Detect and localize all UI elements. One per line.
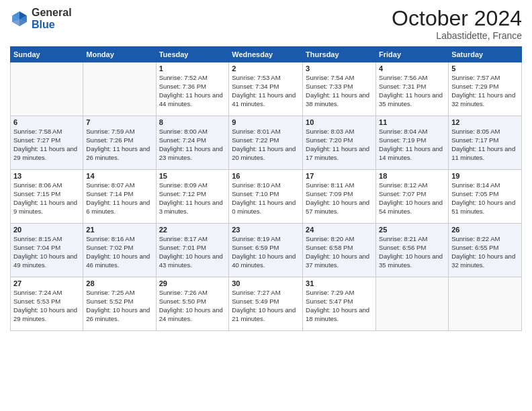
calendar-cell: 12Sunrise: 8:05 AMSunset: 7:17 PMDayligh… — [449, 116, 522, 170]
day-info: Sunrise: 7:57 AMSunset: 7:29 PMDaylight:… — [451, 74, 519, 108]
day-info: Sunrise: 7:24 AMSunset: 5:53 PMDaylight:… — [13, 289, 80, 323]
day-number: 15 — [159, 172, 226, 180]
day-number: 13 — [13, 172, 80, 180]
day-number: 26 — [451, 226, 519, 234]
calendar-week-row: 6Sunrise: 7:58 AMSunset: 7:27 PMDaylight… — [11, 116, 522, 170]
col-tuesday: Tuesday — [156, 47, 229, 62]
day-number: 10 — [306, 118, 373, 126]
col-saturday: Saturday — [449, 47, 522, 62]
day-info: Sunrise: 8:11 AMSunset: 7:09 PMDaylight:… — [306, 181, 373, 216]
day-info: Sunrise: 8:12 AMSunset: 7:07 PMDaylight:… — [379, 181, 445, 216]
col-monday: Monday — [83, 47, 156, 62]
day-info: Sunrise: 8:06 AMSunset: 7:15 PMDaylight:… — [13, 181, 80, 216]
logo-icon — [10, 9, 29, 28]
calendar-cell: 8Sunrise: 8:00 AMSunset: 7:24 PMDaylight… — [156, 116, 229, 170]
day-number: 7 — [86, 118, 152, 126]
calendar-cell: 23Sunrise: 8:19 AMSunset: 6:59 PMDayligh… — [229, 224, 303, 277]
day-info: Sunrise: 7:53 AMSunset: 7:34 PMDaylight:… — [232, 74, 300, 108]
day-info: Sunrise: 8:10 AMSunset: 7:10 PMDaylight:… — [232, 181, 300, 216]
calendar-cell: 29Sunrise: 7:26 AMSunset: 5:50 PMDayligh… — [156, 277, 229, 331]
day-number: 22 — [159, 226, 226, 234]
day-number: 23 — [232, 226, 300, 234]
calendar-cell — [376, 277, 449, 331]
day-number: 9 — [232, 118, 300, 126]
day-info: Sunrise: 7:58 AMSunset: 7:27 PMDaylight:… — [13, 128, 80, 162]
day-number: 25 — [379, 226, 445, 234]
day-info: Sunrise: 8:04 AMSunset: 7:19 PMDaylight:… — [379, 128, 445, 162]
calendar-cell: 6Sunrise: 7:58 AMSunset: 7:27 PMDaylight… — [11, 116, 83, 170]
calendar-cell: 30Sunrise: 7:27 AMSunset: 5:49 PMDayligh… — [229, 277, 303, 331]
calendar-cell: 7Sunrise: 7:59 AMSunset: 7:26 PMDaylight… — [83, 116, 156, 170]
day-number: 19 — [451, 172, 519, 180]
calendar-cell: 11Sunrise: 8:04 AMSunset: 7:19 PMDayligh… — [376, 116, 449, 170]
calendar-cell: 19Sunrise: 8:14 AMSunset: 7:05 PMDayligh… — [449, 170, 522, 224]
day-info: Sunrise: 8:21 AMSunset: 6:56 PMDaylight:… — [379, 235, 445, 269]
day-number: 11 — [379, 118, 445, 126]
day-info: Sunrise: 7:29 AMSunset: 5:47 PMDaylight:… — [306, 289, 373, 323]
day-number: 18 — [379, 172, 445, 180]
day-number: 29 — [159, 279, 226, 287]
logo-blue-text: Blue — [32, 19, 72, 31]
calendar-cell: 22Sunrise: 8:17 AMSunset: 7:01 PMDayligh… — [156, 224, 229, 277]
day-number: 14 — [86, 172, 152, 180]
calendar-cell: 25Sunrise: 8:21 AMSunset: 6:56 PMDayligh… — [376, 224, 449, 277]
calendar-header-row: Sunday Monday Tuesday Wednesday Thursday… — [11, 47, 522, 62]
day-info: Sunrise: 7:25 AMSunset: 5:52 PMDaylight:… — [86, 289, 152, 323]
day-number: 24 — [306, 226, 373, 234]
day-info: Sunrise: 8:19 AMSunset: 6:59 PMDaylight:… — [232, 235, 300, 269]
day-info: Sunrise: 7:59 AMSunset: 7:26 PMDaylight:… — [86, 128, 152, 162]
day-info: Sunrise: 8:03 AMSunset: 7:20 PMDaylight:… — [306, 128, 373, 162]
day-number: 28 — [86, 279, 152, 287]
calendar-cell: 10Sunrise: 8:03 AMSunset: 7:20 PMDayligh… — [303, 116, 376, 170]
calendar-cell: 31Sunrise: 7:29 AMSunset: 5:47 PMDayligh… — [303, 277, 376, 331]
day-number: 30 — [232, 279, 300, 287]
day-number: 1 — [159, 64, 226, 73]
day-number: 3 — [306, 64, 373, 73]
calendar-table: Sunday Monday Tuesday Wednesday Thursday… — [10, 46, 522, 331]
calendar-cell: 3Sunrise: 7:54 AMSunset: 7:33 PMDaylight… — [303, 62, 376, 116]
calendar-cell: 16Sunrise: 8:10 AMSunset: 7:10 PMDayligh… — [229, 170, 303, 224]
calendar-week-row: 20Sunrise: 8:15 AMSunset: 7:04 PMDayligh… — [11, 224, 522, 277]
day-number: 31 — [306, 279, 373, 287]
month-title: October 2024 — [392, 7, 522, 30]
header: General Blue October 2024 Labastidette, … — [10, 7, 522, 41]
day-number: 27 — [13, 279, 80, 287]
day-info: Sunrise: 8:20 AMSunset: 6:58 PMDaylight:… — [306, 235, 373, 269]
location-subtitle: Labastidette, France — [392, 30, 522, 41]
day-info: Sunrise: 8:01 AMSunset: 7:22 PMDaylight:… — [232, 128, 300, 162]
calendar-cell: 24Sunrise: 8:20 AMSunset: 6:58 PMDayligh… — [303, 224, 376, 277]
day-number: 5 — [451, 64, 519, 73]
calendar-cell: 20Sunrise: 8:15 AMSunset: 7:04 PMDayligh… — [11, 224, 83, 277]
calendar-cell: 21Sunrise: 8:16 AMSunset: 7:02 PMDayligh… — [83, 224, 156, 277]
day-info: Sunrise: 8:22 AMSunset: 6:55 PMDaylight:… — [451, 235, 519, 269]
calendar-cell: 26Sunrise: 8:22 AMSunset: 6:55 PMDayligh… — [449, 224, 522, 277]
logo: General Blue — [10, 7, 72, 30]
calendar-week-row: 1Sunrise: 7:52 AMSunset: 7:36 PMDaylight… — [11, 62, 522, 116]
calendar-cell: 28Sunrise: 7:25 AMSunset: 5:52 PMDayligh… — [83, 277, 156, 331]
calendar-cell — [449, 277, 522, 331]
title-block: October 2024 Labastidette, France — [392, 7, 522, 41]
col-thursday: Thursday — [303, 47, 376, 62]
day-info: Sunrise: 7:56 AMSunset: 7:31 PMDaylight:… — [379, 74, 445, 108]
day-info: Sunrise: 8:14 AMSunset: 7:05 PMDaylight:… — [451, 181, 519, 216]
calendar-cell: 27Sunrise: 7:24 AMSunset: 5:53 PMDayligh… — [11, 277, 83, 331]
calendar-cell: 14Sunrise: 8:07 AMSunset: 7:14 PMDayligh… — [83, 170, 156, 224]
calendar-cell: 15Sunrise: 8:09 AMSunset: 7:12 PMDayligh… — [156, 170, 229, 224]
calendar-week-row: 27Sunrise: 7:24 AMSunset: 5:53 PMDayligh… — [11, 277, 522, 331]
logo-text: General Blue — [32, 7, 72, 30]
day-info: Sunrise: 8:15 AMSunset: 7:04 PMDaylight:… — [13, 235, 80, 269]
day-number: 20 — [13, 226, 80, 234]
day-number: 16 — [232, 172, 300, 180]
calendar-cell: 18Sunrise: 8:12 AMSunset: 7:07 PMDayligh… — [376, 170, 449, 224]
day-number: 4 — [379, 64, 445, 73]
day-info: Sunrise: 8:09 AMSunset: 7:12 PMDaylight:… — [159, 181, 226, 216]
calendar-cell: 13Sunrise: 8:06 AMSunset: 7:15 PMDayligh… — [11, 170, 83, 224]
day-number: 17 — [306, 172, 373, 180]
day-info: Sunrise: 8:17 AMSunset: 7:01 PMDaylight:… — [159, 235, 226, 269]
col-wednesday: Wednesday — [229, 47, 303, 62]
calendar-cell: 9Sunrise: 8:01 AMSunset: 7:22 PMDaylight… — [229, 116, 303, 170]
day-info: Sunrise: 8:16 AMSunset: 7:02 PMDaylight:… — [86, 235, 152, 269]
day-number: 8 — [159, 118, 226, 126]
day-info: Sunrise: 7:27 AMSunset: 5:49 PMDaylight:… — [232, 289, 300, 323]
logo-general-text: General — [32, 7, 72, 19]
